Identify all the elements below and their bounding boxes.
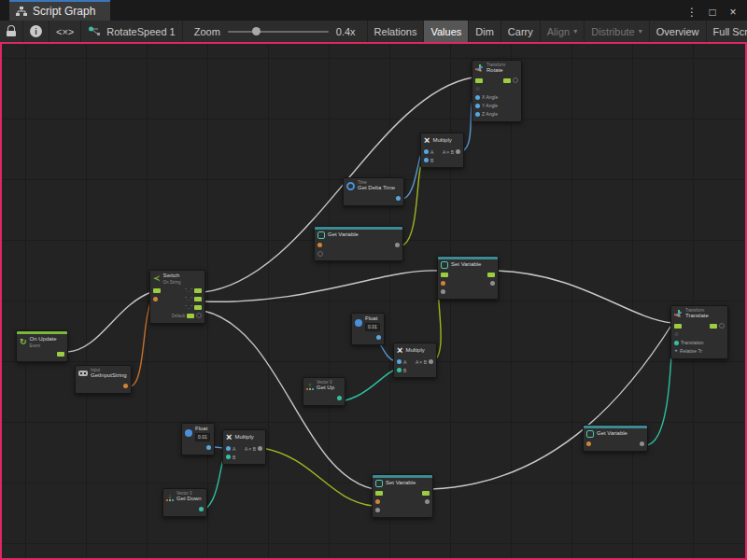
node-switch-on-string[interactable]: ≺ Switch On String "…" "…" xyxy=(149,270,205,324)
target-port[interactable]: ⊘ xyxy=(475,86,480,91)
float-value-field[interactable]: 0.01 xyxy=(195,433,210,441)
unconnected-port[interactable] xyxy=(719,323,725,329)
default-out-port[interactable] xyxy=(187,314,194,318)
a-in-port[interactable] xyxy=(424,149,429,154)
name-in-port[interactable] xyxy=(586,441,591,446)
graph-canvas[interactable]: ↻ On Update Event Input GetInputString xyxy=(0,42,747,560)
node-vector3-get-down[interactable]: ↓ Vector 3 Get Down xyxy=(162,488,207,517)
switch-icon: ≺ xyxy=(153,274,161,283)
target-port[interactable]: ⊘ xyxy=(674,331,679,337)
edge-getvar2-translate[interactable] xyxy=(646,339,672,445)
float-out-port[interactable] xyxy=(396,196,401,201)
edge-switch-setvar1[interactable] xyxy=(204,271,439,301)
string-out-port[interactable] xyxy=(123,384,128,388)
relations-toggle[interactable]: Relations xyxy=(368,21,425,42)
node-set-variable-1[interactable]: Set Variable xyxy=(437,256,499,300)
relative-label: Relative Tr xyxy=(680,348,702,354)
carry-toggle[interactable]: Carry xyxy=(501,21,541,42)
unconnected-port[interactable] xyxy=(513,77,518,83)
node-get-input-string[interactable]: Input GetInputString xyxy=(75,365,132,394)
control-in-port[interactable] xyxy=(441,273,448,277)
name-in-port[interactable] xyxy=(317,243,322,247)
node-rotate[interactable]: Transform Rotate ⊘ X Angle Y Angle Z Ang… xyxy=(472,60,522,122)
product-out-port[interactable] xyxy=(456,149,460,154)
value-in-port[interactable] xyxy=(441,289,445,294)
case-label: "…" xyxy=(185,305,192,310)
overview-label: Overview xyxy=(656,26,699,37)
value-out-port[interactable] xyxy=(425,499,430,504)
tab-script-graph[interactable]: Script Graph xyxy=(9,0,110,21)
node-get-delta-time[interactable]: Time Get Delta Time xyxy=(343,177,404,206)
node-get-variable-2[interactable]: Get Variable xyxy=(583,425,648,452)
node-multiply-1[interactable]: × Multiply AA × B B xyxy=(420,133,464,168)
window-menu-icon[interactable]: ⋮ xyxy=(684,4,700,21)
case-out-port[interactable] xyxy=(194,288,202,293)
control-in-port[interactable] xyxy=(375,491,383,496)
z-angle-port[interactable] xyxy=(475,112,480,117)
fullscreen-button[interactable]: Full Screen xyxy=(707,21,747,42)
overview-button[interactable]: Overview xyxy=(650,21,707,42)
control-in-port[interactable] xyxy=(475,78,483,83)
edge-setvar2-translate[interactable] xyxy=(431,324,672,489)
vector-out-port[interactable] xyxy=(199,507,204,511)
control-in-port[interactable] xyxy=(674,324,682,329)
maximize-icon[interactable]: □ xyxy=(704,4,721,21)
float-value-field[interactable]: 0.01 xyxy=(365,323,380,331)
node-float-2[interactable]: Float 0.01 xyxy=(181,423,215,455)
b-in-port[interactable] xyxy=(424,158,429,162)
node-float-1[interactable]: Float 0.01 xyxy=(351,313,385,345)
dim-toggle[interactable]: Dim xyxy=(469,21,501,42)
node-translate[interactable]: Transform Translate ⊘ Translation ★Relat… xyxy=(670,305,728,359)
node-get-variable-1[interactable]: Get Variable xyxy=(314,226,403,261)
edge-setvar1-translate[interactable] xyxy=(497,271,672,323)
value-out-port[interactable] xyxy=(640,441,644,446)
info-button[interactable]: i xyxy=(23,21,49,42)
product-out-port[interactable] xyxy=(258,446,262,451)
value-out-port[interactable] xyxy=(395,243,400,247)
distribute-dropdown[interactable]: Distribute ▾ xyxy=(585,21,649,42)
node-multiply-2[interactable]: × Multiply AA × B B xyxy=(393,343,437,378)
case-out-port[interactable] xyxy=(194,297,202,301)
control-out-port[interactable] xyxy=(503,78,511,83)
control-out-port[interactable] xyxy=(487,273,495,277)
control-out-port[interactable] xyxy=(422,491,430,496)
edge-onupdate-switch[interactable] xyxy=(67,292,151,352)
control-out-port[interactable] xyxy=(710,324,717,329)
unconnected-port[interactable] xyxy=(196,313,202,318)
zoom-slider[interactable] xyxy=(228,31,329,33)
a-in-port[interactable] xyxy=(226,446,231,451)
x-angle-port[interactable] xyxy=(475,95,480,100)
code-view-button[interactable]: <×> xyxy=(49,21,81,42)
node-set-variable-2[interactable]: Set Variable xyxy=(372,474,433,518)
float-out-port[interactable] xyxy=(206,445,211,450)
graph-breadcrumb[interactable]: RotateSpeed 1 xyxy=(81,21,182,42)
case-out-port[interactable] xyxy=(194,305,202,310)
variable-icon xyxy=(317,231,325,239)
control-in-port[interactable] xyxy=(153,288,161,293)
control-out-port[interactable] xyxy=(57,352,64,357)
product-out-port[interactable] xyxy=(429,359,433,364)
zoom-slider-knob[interactable] xyxy=(252,27,261,35)
node-multiply-3[interactable]: × Multiply AA × B B xyxy=(222,429,266,465)
name-in-port[interactable] xyxy=(441,281,445,286)
node-on-update[interactable]: ↻ On Update Event xyxy=(16,330,68,362)
value-out-port[interactable] xyxy=(490,281,495,286)
values-toggle[interactable]: Values xyxy=(424,21,469,42)
b-in-port[interactable] xyxy=(226,455,231,459)
translation-port[interactable] xyxy=(674,341,679,345)
a-label: A xyxy=(403,359,406,365)
b-in-port[interactable] xyxy=(397,368,402,372)
selector-in-port[interactable] xyxy=(153,297,158,301)
value-in-port[interactable] xyxy=(375,508,380,512)
vector-out-port[interactable] xyxy=(337,396,342,400)
unconnected-port[interactable] xyxy=(317,251,323,257)
edge-multiply3-setvar2[interactable] xyxy=(262,448,374,506)
name-in-port[interactable] xyxy=(375,499,380,504)
a-in-port[interactable] xyxy=(397,359,402,364)
node-vector3-get-up[interactable]: ↑ Vector 3 Get Up xyxy=(303,377,345,406)
align-dropdown[interactable]: Align ▾ xyxy=(541,21,585,42)
lock-button[interactable] xyxy=(0,21,23,42)
float-out-port[interactable] xyxy=(376,335,381,340)
y-angle-port[interactable] xyxy=(475,104,480,108)
close-icon[interactable]: × xyxy=(725,4,741,21)
